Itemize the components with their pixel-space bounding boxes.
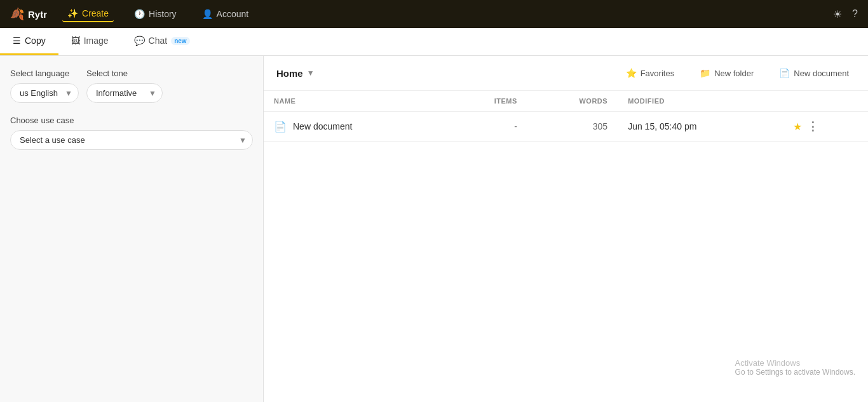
- table-header: NAME ITEMS WORDS MODIFIED: [264, 91, 868, 112]
- nav-create[interactable]: ✨ Create: [62, 6, 114, 22]
- header-actions: ⭐ Favorites 📁 New folder 📄 New document: [620, 65, 855, 81]
- col-words: WORDS: [527, 91, 618, 112]
- use-case-label: Choose use case: [10, 116, 253, 125]
- brand-icon: 🍂: [10, 7, 24, 21]
- favorites-icon: ⭐: [626, 68, 637, 78]
- brand-logo[interactable]: 🍂 Rytr: [10, 7, 47, 21]
- file-name-wrapper: 📄 New document: [274, 121, 437, 133]
- language-select[interactable]: us English uk English French Spanish Ger…: [10, 83, 79, 103]
- new-document-button[interactable]: 📄 New document: [773, 65, 855, 81]
- nav-history-label: History: [149, 9, 177, 19]
- file-more-icon[interactable]: ⋮: [807, 119, 818, 133]
- tone-label: Select tone: [86, 69, 163, 78]
- nav-account-label: Account: [217, 9, 249, 19]
- tab-copy[interactable]: ☰ Copy: [0, 28, 58, 55]
- col-modified: MODIFIED: [618, 91, 783, 112]
- file-name: New document: [293, 121, 352, 131]
- tone-select-wrapper: Informative Professional Casual Funny Fo…: [86, 83, 163, 103]
- file-modified: Jun 15, 05:40 pm: [618, 112, 783, 142]
- brightness-icon[interactable]: ☀: [833, 8, 842, 20]
- language-label: Select language: [10, 69, 79, 78]
- file-actions: ★ ⋮: [793, 119, 858, 133]
- favorites-button[interactable]: ⭐ Favorites: [620, 65, 681, 81]
- nav-account[interactable]: 👤 Account: [197, 6, 254, 22]
- content-area: Home ▼ ⭐ Favorites 📁 New folder 📄 New do…: [264, 56, 868, 402]
- history-icon: 🕐: [134, 9, 145, 19]
- col-actions: [783, 91, 868, 112]
- new-document-icon: 📄: [779, 68, 790, 78]
- language-field: Select language us English uk English Fr…: [10, 69, 79, 103]
- new-folder-button[interactable]: 📁 New folder: [693, 65, 760, 81]
- file-actions-cell: ★ ⋮: [783, 112, 868, 142]
- content-header: Home ▼ ⭐ Favorites 📁 New folder 📄 New do…: [264, 56, 868, 91]
- nav-create-label: Create: [82, 8, 109, 18]
- file-name-cell: 📄 New document: [264, 112, 447, 142]
- new-folder-icon: 📁: [700, 68, 710, 78]
- use-case-select-wrapper: Select a use case Blog Post Product Desc…: [10, 130, 253, 150]
- chat-tab-icon: 💬: [134, 36, 145, 46]
- table-row[interactable]: 📄 New document - 305 Jun 15, 05:40 pm ★ …: [264, 112, 868, 142]
- col-items: ITEMS: [447, 91, 527, 112]
- create-icon: ✨: [67, 8, 78, 18]
- help-icon[interactable]: ?: [852, 8, 858, 20]
- sidebar: Select language us English uk English Fr…: [0, 56, 264, 402]
- nav-history[interactable]: 🕐 History: [129, 6, 182, 22]
- new-document-label: New document: [794, 69, 849, 78]
- col-name: NAME: [264, 91, 447, 112]
- tab-copy-label: Copy: [25, 36, 46, 46]
- use-case-section: Choose use case Select a use case Blog P…: [10, 116, 253, 150]
- favorites-label: Favorites: [641, 69, 674, 78]
- file-table: NAME ITEMS WORDS MODIFIED 📄 New document: [264, 91, 868, 142]
- subtabs-bar: ☰ Copy 🖼 Image 💬 Chat new: [0, 28, 868, 56]
- account-icon: 👤: [202, 9, 213, 19]
- tab-chat-label: Chat: [149, 36, 168, 46]
- use-case-select[interactable]: Select a use case Blog Post Product Desc…: [10, 130, 253, 150]
- language-section: Select language us English uk English Fr…: [10, 69, 253, 103]
- navbar: 🍂 Rytr ✨ Create 🕐 History 👤 Account ☀ ?: [0, 0, 868, 28]
- main-layout: Select language us English uk English Fr…: [0, 56, 868, 402]
- tab-image[interactable]: 🖼 Image: [58, 28, 121, 55]
- chat-new-badge: new: [171, 37, 189, 45]
- table-body: 📄 New document - 305 Jun 15, 05:40 pm ★ …: [264, 112, 868, 142]
- breadcrumb-chevron-icon: ▼: [307, 69, 315, 77]
- copy-tab-icon: ☰: [13, 36, 21, 46]
- new-folder-label: New folder: [714, 69, 754, 78]
- image-tab-icon: 🖼: [71, 36, 80, 46]
- selects-row: Select language us English uk English Fr…: [10, 69, 253, 103]
- file-items: -: [447, 112, 527, 142]
- tab-chat[interactable]: 💬 Chat new: [121, 28, 203, 55]
- breadcrumb-home-label: Home: [276, 68, 303, 79]
- tone-select[interactable]: Informative Professional Casual Funny Fo…: [86, 83, 163, 103]
- file-doc-icon: 📄: [274, 121, 287, 133]
- language-select-wrapper: us English uk English French Spanish Ger…: [10, 83, 79, 103]
- navbar-right: ☀ ?: [833, 8, 858, 20]
- tab-image-label: Image: [84, 36, 109, 46]
- brand-name: Rytr: [28, 9, 47, 20]
- tone-field: Select tone Informative Professional Cas…: [86, 69, 163, 103]
- breadcrumb[interactable]: Home ▼: [276, 68, 315, 79]
- file-star-icon[interactable]: ★: [793, 121, 802, 133]
- file-words: 305: [527, 112, 618, 142]
